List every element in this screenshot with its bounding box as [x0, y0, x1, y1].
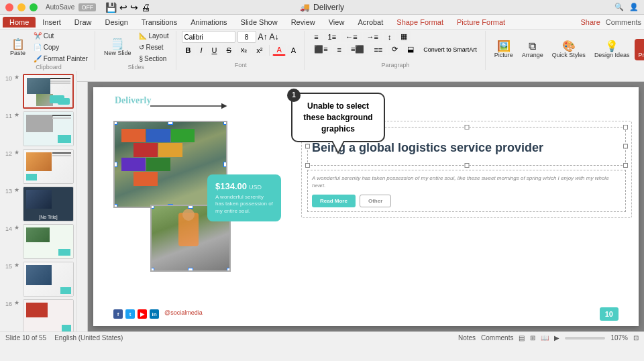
text-handle-ml[interactable] — [305, 144, 310, 148]
worker-handle-bm[interactable] — [188, 268, 193, 272]
comments-button[interactable]: Comments — [481, 334, 513, 342]
slide-item-15[interactable]: 15 ★ — [3, 262, 74, 297]
comments-button[interactable]: Comments — [606, 18, 641, 26]
slide-thumb-10[interactable] — [23, 74, 74, 109]
slide-item-16[interactable]: 16 ★ — [3, 299, 74, 331]
worker-handle-bl[interactable] — [150, 268, 154, 272]
slide-item-14[interactable]: 14 ★ — [3, 224, 74, 259]
handle-tm[interactable] — [168, 121, 173, 125]
line-spacing-button[interactable]: ↕ — [384, 32, 396, 42]
font-color-button[interactable]: A — [272, 44, 285, 56]
slide-thumb-12[interactable] — [23, 149, 74, 184]
zoom-slider[interactable] — [565, 337, 605, 340]
design-ideas-button[interactable]: 💡 Design Ideas — [591, 39, 633, 60]
text-align-button[interactable]: ⬓ — [403, 44, 418, 55]
body-box[interactable]: A wonderful serenity has taken possessio… — [307, 170, 626, 212]
tab-design[interactable]: Design — [99, 17, 135, 28]
text-handle-bm[interactable] — [464, 163, 469, 168]
strikethrough-button[interactable]: S — [222, 45, 235, 56]
handle-mr[interactable] — [223, 162, 227, 167]
fit-window-button[interactable]: ⊡ — [633, 334, 639, 342]
align-center-button[interactable]: ≡ — [333, 44, 345, 55]
tab-transitions[interactable]: Transitions — [135, 17, 184, 28]
text-handle-mr[interactable] — [623, 144, 628, 148]
justify-button[interactable]: ≡≡ — [370, 44, 386, 55]
tab-view[interactable]: View — [322, 17, 352, 28]
copy-button[interactable]: 📄 Copy — [31, 42, 91, 52]
handle-tl[interactable] — [113, 121, 117, 125]
normal-view-button[interactable]: ▤ — [519, 334, 525, 342]
worker-handle-tm[interactable] — [188, 205, 193, 209]
align-left-button[interactable]: ⬛≡ — [310, 44, 331, 55]
format-painter-button[interactable]: 🖌️ Format Painter — [31, 54, 91, 64]
section-button[interactable]: § Section — [136, 54, 171, 64]
notes-button[interactable]: Notes — [458, 334, 476, 342]
maximize-button[interactable] — [30, 3, 38, 11]
slide-thumb-11[interactable] — [23, 111, 74, 146]
new-slide-button[interactable]: 🗒️ New Slide — [101, 37, 135, 58]
bold-button[interactable]: B — [182, 45, 195, 56]
highlight-button[interactable]: A — [287, 45, 300, 56]
increase-indent-button[interactable]: →≡ — [363, 32, 382, 42]
tab-insert[interactable]: Insert — [36, 17, 68, 28]
picture-button[interactable]: 🖼️ Picture — [491, 39, 517, 60]
worker-handle-br[interactable] — [227, 268, 231, 272]
other-button[interactable]: Other — [360, 195, 391, 207]
smartart-button[interactable]: Convert to SmartArt — [419, 45, 481, 54]
minimize-button[interactable] — [17, 3, 25, 11]
text-handle-tr[interactable] — [623, 125, 628, 130]
decrease-font-button[interactable]: A↓ — [270, 32, 279, 42]
align-right-button[interactable]: ≡⬛ — [347, 44, 368, 55]
tab-home[interactable]: Home — [3, 17, 36, 28]
read-more-button[interactable]: Read More — [312, 195, 356, 207]
tab-slideshow[interactable]: Slide Show — [234, 17, 284, 28]
tab-picture-format[interactable]: Picture Format — [450, 17, 512, 28]
tab-draw[interactable]: Draw — [68, 17, 99, 28]
underline-button[interactable]: U — [208, 45, 221, 56]
paste-button[interactable]: 📋 Paste — [7, 37, 29, 58]
italic-button[interactable]: I — [196, 45, 206, 56]
handle-tr[interactable] — [223, 121, 227, 125]
font-name-input[interactable] — [182, 31, 235, 43]
slide-item-13[interactable]: 13 ★ [No Title] — [3, 187, 74, 221]
slide-item-11[interactable]: 11 ★ — [3, 111, 74, 146]
text-handle-bl[interactable] — [305, 163, 310, 168]
bullets-button[interactable]: ≡ — [310, 32, 322, 42]
share-button[interactable]: Share — [580, 18, 600, 26]
slide-sorter-button[interactable]: ⊞ — [530, 334, 535, 342]
subscript-button[interactable]: x₂ — [237, 44, 252, 56]
quick-styles-button[interactable]: 🎨 Quick Styles — [549, 39, 589, 60]
tab-review[interactable]: Review — [284, 17, 322, 28]
autosave-toggle[interactable]: OFF — [78, 3, 96, 11]
slide-thumb-16[interactable] — [23, 299, 74, 331]
text-direction-button[interactable]: ⟳ — [388, 44, 402, 55]
slide-thumb-15[interactable] — [23, 262, 74, 297]
slide-canvas[interactable]: Deliverly 1 Unable to select these backg… — [93, 87, 639, 326]
premai-button[interactable]: P Premist Plus — [635, 39, 644, 60]
arrange-button[interactable]: ⧉ Arrange — [519, 39, 547, 60]
tab-animations[interactable]: Animations — [184, 17, 233, 28]
numbering-button[interactable]: 1≡ — [324, 32, 341, 42]
handle-ml[interactable] — [113, 162, 117, 167]
reset-button[interactable]: ↺ Reset — [136, 42, 171, 52]
decrease-indent-button[interactable]: ←≡ — [341, 32, 361, 42]
font-size-input[interactable] — [237, 31, 256, 43]
worker-handle-tl[interactable] — [150, 205, 154, 209]
reading-view-button[interactable]: 📖 — [541, 334, 549, 342]
slide-thumb-13[interactable]: [No Title] — [23, 187, 74, 221]
slide-thumb-14[interactable] — [23, 224, 74, 259]
text-handle-tm[interactable] — [464, 125, 469, 130]
text-handle-br[interactable] — [623, 163, 628, 168]
layout-button[interactable]: 📐 Layout — [136, 31, 171, 41]
increase-font-button[interactable]: A↑ — [258, 32, 268, 42]
tab-acrobat[interactable]: Acrobat — [351, 17, 390, 28]
tab-shape-format[interactable]: Shape Format — [390, 17, 450, 28]
cut-button[interactable]: ✂️ Cut — [31, 31, 91, 41]
columns-button[interactable]: ▦ — [396, 31, 411, 42]
slide-show-button[interactable]: ▶ — [554, 334, 559, 342]
slide-item-10[interactable]: 10 ★ — [3, 74, 74, 109]
close-button[interactable] — [5, 3, 13, 11]
slide-item-12[interactable]: 12 ★ — [3, 149, 74, 184]
superscript-button[interactable]: x² — [252, 45, 266, 56]
handle-bl[interactable] — [113, 204, 117, 208]
